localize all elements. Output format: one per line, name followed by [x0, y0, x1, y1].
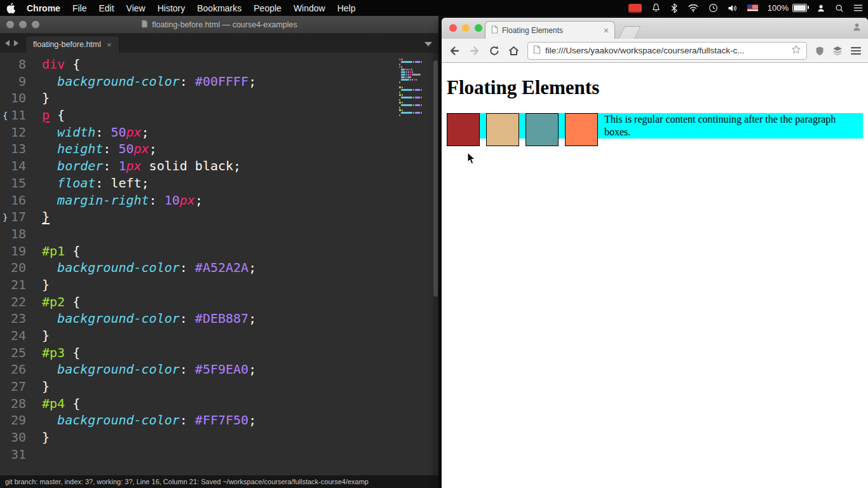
close-button[interactable] [6, 21, 14, 29]
code-line: } [42, 429, 438, 446]
line-number: 28 [0, 395, 34, 412]
menubar-status: 100% [628, 3, 868, 13]
code-line: p { [42, 107, 438, 124]
code-editor-area[interactable]: 891011{121314151617}18192021222324252627… [0, 53, 438, 475]
editor-statusbar: git branch: master, index: 3?, working: … [0, 475, 438, 488]
close-button[interactable] [449, 24, 457, 32]
tab-scroll-left-icon[interactable] [5, 40, 10, 46]
editor-window-title: floating-before.html — course4-examples [152, 20, 297, 29]
line-number: 12 [0, 124, 34, 141]
line-number: 25 [0, 344, 34, 362]
menu-item-window[interactable]: Window [294, 3, 325, 13]
us-flag-icon[interactable] [747, 4, 758, 11]
line-number: 24 [0, 327, 34, 344]
line-number: 26 [0, 361, 34, 378]
minimize-button[interactable] [462, 24, 470, 32]
line-number: 30 [0, 429, 34, 446]
tab-scroll-arrows [5, 40, 18, 46]
extension-shield-icon[interactable] [815, 46, 825, 56]
line-number: 31 [0, 446, 34, 463]
editor-titlebar[interactable]: floating-before.html — course4-examples [0, 16, 438, 34]
line-number: 22 [0, 294, 34, 311]
notification-center-icon[interactable] [853, 4, 863, 12]
git-status-text: git branch: master, index: 3?, working: … [5, 478, 369, 485]
page-icon [533, 45, 541, 56]
browser-tabstrip: Floating Elements × [442, 18, 868, 39]
editor-scrollbar-thumb[interactable] [433, 60, 438, 297]
battery-indicator[interactable]: 100% [768, 3, 807, 13]
browser-tab-title: Floating Elements [502, 26, 600, 35]
line-number: 18 [0, 226, 34, 243]
forward-button[interactable] [468, 45, 481, 57]
code-line: div { [42, 56, 438, 73]
code-line: background-color: #A52A2A; [42, 259, 438, 276]
menu-icon[interactable] [850, 46, 862, 55]
code-line: #p3 { [42, 344, 438, 362]
code-line: #p1 { [42, 243, 438, 260]
line-number: 29 [0, 412, 34, 429]
reload-button[interactable] [489, 45, 500, 57]
line-number: 19 [0, 243, 34, 260]
code-line: float: left; [42, 175, 438, 192]
user-icon[interactable] [817, 4, 825, 13]
new-tab-button[interactable] [618, 26, 641, 39]
profile-icon[interactable] [852, 22, 862, 34]
code-line: } [42, 378, 438, 395]
bell-icon[interactable] [651, 3, 661, 13]
code-lines: div { background-color: #00FFFF;}p { wid… [34, 53, 438, 475]
menu-item-edit[interactable]: Edit [98, 3, 114, 13]
float-box-p4 [565, 113, 598, 146]
browser-tab[interactable]: Floating Elements × [485, 21, 615, 39]
wifi-icon[interactable] [688, 4, 699, 12]
menu-item-view[interactable]: View [126, 3, 146, 13]
browser-window-controls [449, 24, 482, 32]
layers-extension-icon[interactable] [832, 46, 843, 56]
line-number: 17} [0, 208, 34, 226]
code-line: height: 50px; [42, 140, 438, 158]
apple-menu-icon[interactable] [6, 3, 15, 13]
tab-overflow-icon[interactable] [424, 42, 432, 46]
clock-icon[interactable] [709, 3, 718, 13]
code-line: #p4 { [42, 395, 438, 412]
zoom-button[interactable] [475, 24, 482, 32]
zoom-button[interactable] [32, 21, 39, 29]
back-button[interactable] [448, 45, 461, 57]
menu-item-chrome[interactable]: Chrome [27, 3, 60, 13]
volume-icon[interactable] [728, 4, 738, 13]
code-line: width: 50px; [42, 124, 438, 141]
float-box-p2 [486, 113, 519, 146]
screen-recording-icon[interactable] [628, 4, 642, 13]
bookmark-star-icon[interactable] [791, 44, 801, 57]
tab-close-icon[interactable]: × [604, 25, 609, 36]
menu-item-history[interactable]: History [158, 3, 186, 13]
gutter: 891011{121314151617}18192021222324252627… [0, 53, 34, 475]
minimize-button[interactable] [19, 21, 27, 29]
home-button[interactable] [508, 45, 520, 57]
code-line: } [42, 90, 438, 107]
code-line: background-color: #00FFFF; [42, 73, 438, 90]
demo-div: This is regular content continuing after… [447, 113, 863, 139]
page-title: Floating Elements [447, 76, 863, 99]
menubar-items: ChromeFileEditViewHistoryBookmarksPeople… [27, 3, 355, 13]
menu-item-bookmarks[interactable]: Bookmarks [197, 3, 241, 13]
code-line [42, 226, 438, 243]
code-line: background-color: #5F9EA0; [42, 361, 438, 378]
editor-tab-floating-before[interactable]: floating-before.html × [25, 36, 119, 53]
code-line: background-color: #DEB887; [42, 310, 438, 327]
menu-item-help[interactable]: Help [337, 3, 356, 13]
menu-item-file[interactable]: File [72, 3, 87, 13]
code-line: } [42, 327, 438, 344]
editor-scrollbar[interactable] [433, 53, 438, 475]
address-bar[interactable]: file:///Users/yaakov/workspace/coursera/… [527, 42, 807, 60]
line-number: 10 [0, 90, 34, 107]
document-icon [141, 20, 148, 30]
tab-scroll-right-icon[interactable] [14, 40, 18, 46]
menu-item-people[interactable]: People [254, 3, 281, 13]
tab-close-icon[interactable]: × [107, 40, 112, 50]
code-line [42, 446, 438, 463]
browser-toolbar: file:///Users/yaakov/workspace/coursera/… [442, 39, 868, 63]
bluetooth-icon[interactable] [670, 3, 678, 13]
line-number: 20 [0, 259, 34, 276]
minimap[interactable] [399, 58, 426, 119]
spotlight-search-icon[interactable] [835, 4, 844, 13]
